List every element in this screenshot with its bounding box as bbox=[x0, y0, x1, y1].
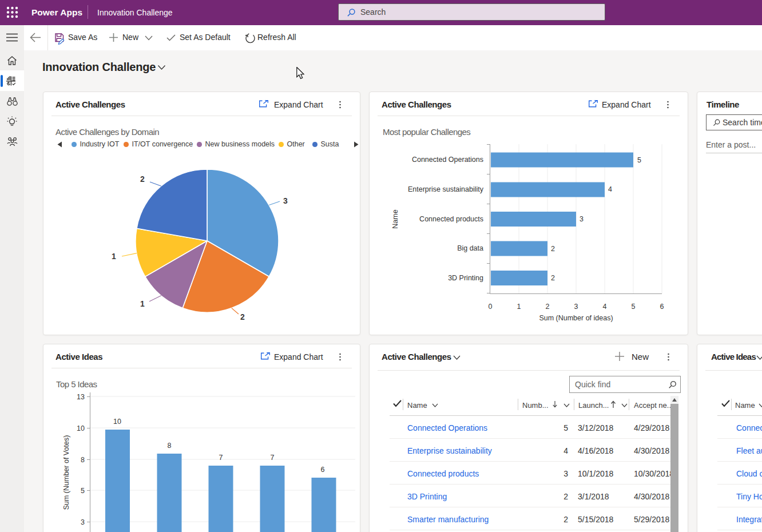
svg-text:10: 10 bbox=[77, 424, 85, 432]
svg-text:3: 3 bbox=[81, 518, 85, 526]
svg-text:2: 2 bbox=[551, 245, 555, 253]
svg-text:5: 5 bbox=[637, 156, 641, 164]
svg-text:3: 3 bbox=[283, 196, 288, 205]
svg-text:Connected products: Connected products bbox=[419, 215, 483, 223]
svg-text:Enterprise sustainability: Enterprise sustainability bbox=[408, 185, 484, 193]
svg-text:1: 1 bbox=[517, 303, 521, 311]
svg-text:13: 13 bbox=[77, 393, 85, 401]
svg-text:1: 1 bbox=[112, 252, 116, 261]
svg-text:2: 2 bbox=[551, 274, 555, 282]
svg-text:5: 5 bbox=[632, 303, 636, 311]
svg-text:4: 4 bbox=[603, 303, 607, 311]
svg-text:8: 8 bbox=[168, 442, 172, 450]
svg-text:10: 10 bbox=[113, 418, 121, 426]
svg-text:7: 7 bbox=[219, 454, 223, 462]
svg-text:5: 5 bbox=[81, 487, 85, 495]
svg-text:2: 2 bbox=[546, 303, 550, 311]
svg-text:7: 7 bbox=[271, 454, 275, 462]
svg-text:1: 1 bbox=[140, 299, 145, 308]
svg-text:6: 6 bbox=[321, 466, 325, 474]
svg-text:4: 4 bbox=[608, 185, 612, 193]
svg-text:3D Printing: 3D Printing bbox=[448, 274, 483, 282]
svg-text:Connected Operations: Connected Operations bbox=[412, 156, 483, 164]
svg-text:3: 3 bbox=[580, 215, 584, 223]
svg-text:8: 8 bbox=[81, 456, 85, 464]
svg-text:Big data: Big data bbox=[457, 244, 483, 252]
svg-text:2: 2 bbox=[240, 312, 245, 321]
svg-text:3: 3 bbox=[574, 303, 578, 311]
svg-text:Sum (Number of Votes): Sum (Number of Votes) bbox=[62, 435, 70, 510]
svg-text:2: 2 bbox=[140, 174, 145, 184]
svg-text:Sum (Number of ideas): Sum (Number of ideas) bbox=[539, 314, 613, 322]
svg-text:Name: Name bbox=[391, 209, 399, 228]
svg-text:6: 6 bbox=[660, 303, 664, 311]
svg-text:0: 0 bbox=[489, 303, 493, 311]
